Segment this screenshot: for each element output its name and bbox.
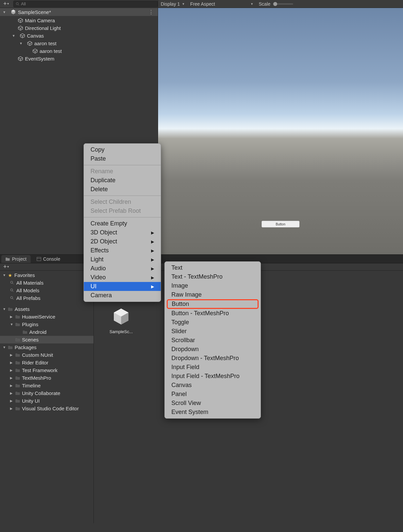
packages-header[interactable]: ▼ Packages — [0, 343, 94, 351]
chevron-right-icon[interactable]: ▶ — [10, 399, 13, 403]
ctx-2d-object[interactable]: 2D Object▶ — [84, 237, 161, 246]
ctx-create-empty[interactable]: Create Empty — [84, 219, 161, 228]
kebab-menu-button[interactable]: ⋮ — [148, 9, 154, 15]
sub-slider[interactable]: Slider — [165, 327, 261, 336]
tree-item-aaron-test-child[interactable]: aaron test — [0, 47, 158, 55]
sub-text[interactable]: Text — [165, 263, 261, 272]
ctx-3d-object[interactable]: 3D Object▶ — [84, 228, 161, 237]
folder-label: Custom NUnit — [22, 352, 53, 358]
svg-point-0 — [16, 2, 19, 5]
gameobject-icon — [27, 41, 32, 46]
ctx-copy[interactable]: Copy — [84, 145, 161, 154]
package-folder-item[interactable]: ▶Test Framework — [0, 366, 94, 374]
chevron-down-icon[interactable]: ▼ — [12, 34, 16, 38]
package-folder-item[interactable]: ▶Rider Editor — [0, 359, 94, 366]
sub-input-field-tmp[interactable]: Input Field - TextMeshPro — [165, 372, 261, 381]
package-folder-item[interactable]: ▶Unity Collaborate — [0, 389, 94, 397]
chevron-right-icon[interactable]: ▶ — [10, 368, 13, 372]
ctx-duplicate[interactable]: Duplicate — [84, 176, 161, 185]
ctx-effects[interactable]: Effects▶ — [84, 246, 161, 255]
package-folder-item[interactable]: ▶Custom NUnit — [0, 351, 94, 359]
ctx-paste[interactable]: Paste — [84, 154, 161, 163]
folder-label: HuaweiService — [22, 314, 55, 320]
chevron-down-icon[interactable]: ▼ — [3, 345, 6, 349]
sub-event-system[interactable]: Event System — [165, 408, 261, 417]
project-tree: ▼ ★ Favorites All Materials All Models A… — [0, 271, 94, 523]
sub-scrollbar[interactable]: Scrollbar — [165, 336, 261, 345]
tree-item-aaron-test[interactable]: ▼ aaron test — [0, 40, 158, 47]
ctx-camera[interactable]: Camera — [84, 291, 161, 300]
chevron-right-icon[interactable]: ▶ — [10, 384, 13, 387]
sub-toggle[interactable]: Toggle — [165, 318, 261, 327]
chevron-down-icon[interactable]: ▼ — [19, 42, 23, 45]
sub-dropdown-tmp[interactable]: Dropdown - TextMeshPro — [165, 354, 261, 363]
favorites-header[interactable]: ▼ ★ Favorites — [0, 271, 94, 279]
sub-raw-image[interactable]: Raw Image — [165, 290, 261, 299]
favorite-item[interactable]: All Models — [0, 287, 94, 294]
assets-header[interactable]: ▼ Assets — [0, 305, 94, 313]
tree-item-main-camera[interactable]: Main Camera — [0, 17, 158, 24]
unity-logo-icon — [11, 9, 16, 15]
hierarchy-toolbar: + ▼ All — [0, 0, 158, 8]
sub-panel[interactable]: Panel — [165, 390, 261, 399]
game-ui-button[interactable]: Button — [262, 221, 300, 227]
scale-slider[interactable] — [273, 3, 293, 5]
sub-input-field[interactable]: Input Field — [165, 363, 261, 372]
sub-canvas[interactable]: Canvas — [165, 381, 261, 390]
folder-label: Scenes — [22, 337, 39, 342]
folder-icon — [15, 391, 20, 395]
folder-label: Timeline — [22, 383, 41, 388]
ctx-ui[interactable]: UI▶ — [84, 282, 161, 291]
tree-item-eventsystem[interactable]: EventSystem — [0, 55, 158, 63]
tree-item-label: EventSystem — [25, 56, 54, 62]
package-folder-item[interactable]: ▶Visual Studio Code Editor — [0, 405, 94, 412]
chevron-down-icon[interactable]: ▼ — [3, 10, 7, 14]
ctx-light[interactable]: Light▶ — [84, 255, 161, 264]
slider-knob[interactable] — [273, 2, 277, 6]
chevron-right-icon[interactable]: ▶ — [10, 361, 13, 364]
asset-folder-item[interactable]: Android — [0, 328, 94, 336]
asset-folder-item[interactable]: ▼ Plugins — [0, 321, 94, 328]
tree-item-canvas[interactable]: ▼ Canvas — [0, 32, 158, 40]
scene-asset-thumb[interactable]: SampleSc... — [108, 307, 134, 334]
package-folder-item[interactable]: ▶Timeline — [0, 382, 94, 389]
chevron-right-icon[interactable]: ▶ — [10, 315, 13, 319]
chevron-right-icon: ▶ — [151, 266, 154, 271]
tab-console[interactable]: Console — [33, 255, 64, 263]
asset-folder-scenes[interactable]: Scenes — [0, 336, 94, 343]
ctx-delete[interactable]: Delete — [84, 185, 161, 194]
asset-folder-item[interactable]: ▶ HuaweiService — [0, 313, 94, 321]
chevron-down-icon[interactable]: ▼ — [3, 273, 6, 277]
aspect-dropdown[interactable]: Free Aspect ▼ — [190, 1, 254, 7]
tree-item-directional-light[interactable]: Directional Light — [0, 24, 158, 32]
tab-project[interactable]: Project — [1, 255, 31, 263]
menu-separator — [84, 196, 161, 196]
svg-line-23 — [12, 298, 13, 299]
sub-scroll-view[interactable]: Scroll View — [165, 399, 261, 408]
sub-button-tmp[interactable]: Button - TextMeshPro — [165, 309, 261, 318]
create-dropdown-button[interactable]: + ▼ — [1, 1, 11, 7]
sub-button[interactable]: Button — [167, 299, 259, 309]
sub-text-tmp[interactable]: Text - TextMeshPro — [165, 272, 261, 281]
chevron-down-icon[interactable]: ▼ — [10, 323, 13, 326]
sub-image[interactable]: Image — [165, 281, 261, 290]
favorite-item[interactable]: All Prefabs — [0, 294, 94, 302]
favorite-item[interactable]: All Materials — [0, 279, 94, 287]
folder-label: Android — [29, 329, 47, 335]
scale-label: Scale — [259, 1, 271, 7]
create-asset-dropdown[interactable]: + ▼ — [1, 264, 11, 270]
display-dropdown[interactable]: Display 1 ▼ — [161, 1, 185, 7]
ctx-video[interactable]: Video▶ — [84, 273, 161, 282]
chevron-right-icon[interactable]: ▶ — [10, 353, 13, 357]
chevron-right-icon[interactable]: ▶ — [10, 376, 13, 380]
package-folder-item[interactable]: ▶Unity UI — [0, 397, 94, 405]
svg-line-21 — [12, 291, 13, 292]
chevron-down-icon[interactable]: ▼ — [3, 307, 6, 311]
package-folder-item[interactable]: ▶TextMeshPro — [0, 374, 94, 382]
sub-dropdown[interactable]: Dropdown — [165, 345, 261, 354]
ctx-audio[interactable]: Audio▶ — [84, 264, 161, 273]
chevron-right-icon[interactable]: ▶ — [10, 391, 13, 395]
chevron-right-icon[interactable]: ▶ — [10, 407, 13, 410]
scene-header[interactable]: ▼ SampleScene* ⋮ — [0, 8, 158, 16]
hierarchy-search-input[interactable]: All — [13, 1, 158, 7]
